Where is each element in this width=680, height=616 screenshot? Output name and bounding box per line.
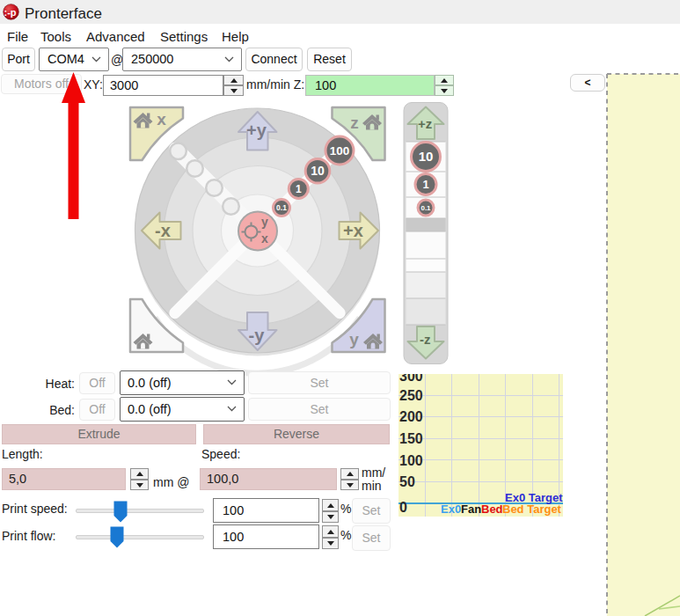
svg-text:-x: -x bbox=[155, 221, 171, 240]
svg-text:-z: -z bbox=[420, 332, 431, 347]
svg-text:+y: +y bbox=[246, 121, 267, 140]
svg-text:10: 10 bbox=[311, 164, 325, 178]
svg-text:y: y bbox=[349, 330, 359, 348]
svg-text:z: z bbox=[350, 114, 359, 132]
svg-text:y: y bbox=[261, 215, 268, 229]
svg-text:0.1: 0.1 bbox=[276, 203, 287, 212]
svg-text:10: 10 bbox=[419, 149, 434, 164]
svg-text:x: x bbox=[157, 110, 166, 128]
svg-text:0.1: 0.1 bbox=[420, 204, 431, 212]
svg-text:1: 1 bbox=[296, 183, 302, 195]
svg-text:+x: +x bbox=[343, 221, 363, 240]
svg-text:100: 100 bbox=[330, 144, 350, 158]
svg-text:+z: +z bbox=[418, 116, 432, 131]
svg-text:x: x bbox=[261, 231, 268, 246]
svg-text:-y: -y bbox=[249, 326, 266, 345]
svg-text:1: 1 bbox=[422, 178, 428, 191]
